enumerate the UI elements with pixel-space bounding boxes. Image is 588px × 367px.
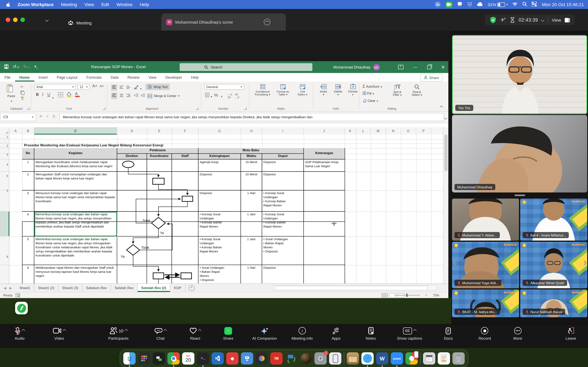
dock-sphere-icon[interactable] <box>300 352 312 365</box>
borders-icon[interactable] <box>58 92 63 98</box>
wrap-text-button[interactable]: Wrap Text <box>145 83 170 90</box>
tab-screen-share[interactable]: M Muhammad Dhiaulhaq's scree ••• <box>161 13 286 31</box>
cell-staff-3[interactable] <box>172 191 199 212</box>
row-1[interactable]: 1 <box>1 135 8 139</box>
dock-vscode-icon[interactable] <box>212 352 224 365</box>
dock-folder-icon[interactable] <box>347 352 359 365</box>
close-window-button[interactable] <box>6 17 10 22</box>
zoom-in-button[interactable]: + <box>425 293 427 297</box>
tab-developer[interactable]: Developer <box>161 73 187 82</box>
col-N[interactable]: N <box>386 127 401 134</box>
cell-koordinator-6[interactable] <box>147 265 172 284</box>
share-screen-button[interactable]: ↑ Share <box>223 327 233 341</box>
cell-staff-6[interactable] <box>172 265 199 284</box>
cell-staff-1[interactable] <box>172 159 199 172</box>
format-painter-icon[interactable] <box>20 96 25 101</box>
audio-button[interactable]: Audio <box>15 327 25 341</box>
cell-direktur-1[interactable] <box>117 159 147 172</box>
cell-waktu-2[interactable]: 15 Menit <box>241 172 262 191</box>
captions-options-chevron[interactable] <box>413 329 416 333</box>
apps-button[interactable]: Apps <box>332 327 340 341</box>
cell-kelengkapan-3[interactable]: Disposisi <box>199 191 241 212</box>
fill-button[interactable]: Fill <box>363 91 374 95</box>
horizontal-scrollbar[interactable] <box>272 285 437 290</box>
insert-cells-button[interactable]: Insert <box>317 84 330 96</box>
cell-no-2[interactable]: 2 <box>22 172 34 191</box>
col-P[interactable]: P <box>416 127 431 134</box>
cell-kegiatan-1[interactable]: Menugaskan Koordinator untuk melaksanaka… <box>34 159 117 172</box>
cell-direktur-6[interactable] <box>117 265 147 284</box>
zoom-level[interactable]: 70% <box>433 294 439 297</box>
copy-icon[interactable] <box>20 91 25 96</box>
menu-item-edit[interactable]: Edit <box>101 2 109 7</box>
cancel-entry-icon[interactable]: ✕ <box>39 114 42 118</box>
dock-calendar-icon[interactable]: OCT20 <box>182 352 194 365</box>
dock-chrome-icon[interactable] <box>167 352 180 365</box>
col-A[interactable]: A <box>9 127 22 134</box>
gallery-next-icon[interactable]: › <box>583 257 587 267</box>
dock-screen-sync-icon[interactable] <box>285 352 297 365</box>
menu-item-view[interactable]: View <box>84 2 94 7</box>
col-I[interactable]: I <box>262 127 304 134</box>
react-button[interactable]: React <box>190 327 201 341</box>
cell-keterangan-4[interactable] <box>304 212 345 236</box>
captions-button[interactable]: CC Show captions <box>397 327 422 341</box>
dock-davinci-icon[interactable] <box>256 352 268 365</box>
cell-no-3[interactable]: 3 <box>22 191 34 212</box>
cell-ouput-4[interactable]: • Konsep Surat Undangan • Konsep Bahan R… <box>262 212 304 236</box>
menu-bar-clock[interactable]: Mon 20 Oct 15:46:21 <box>542 2 584 7</box>
sheet-tab-setelah-rev-2[interactable]: Setelah Rev (2) <box>138 284 170 292</box>
cell-kelengkapan-6[interactable]: • Surat Undangan • Bahan Rapat Monev • D… <box>199 265 241 284</box>
cell-keterangan-2[interactable] <box>304 172 345 191</box>
sidebar-drag-handle[interactable] <box>514 194 525 196</box>
merge-center-button[interactable]: Merge & Center <box>145 92 182 99</box>
accounting-format-icon[interactable] <box>205 92 212 98</box>
clipboard-dialog-launcher-icon[interactable] <box>27 107 29 110</box>
cell-no-6[interactable]: 6 <box>22 265 34 284</box>
cell-kegiatan-6[interactable]: Melaksanakan rapat Monev dan menugaskan … <box>34 265 117 284</box>
participants-options-chevron[interactable] <box>125 329 128 333</box>
video-tile-participant[interactable]: BerAKHLAK Alkautsar Winet Qodri <box>520 242 587 288</box>
undo-icon[interactable]: ↺ <box>13 64 19 69</box>
ribbon-display-options-icon[interactable] <box>398 65 403 69</box>
video-tile-participant[interactable]: BerAKHLAK Muhammad Yoga Aldi... <box>452 242 519 288</box>
menu-app-name[interactable]: Zoom Workplace <box>17 2 54 7</box>
tab-view[interactable]: View <box>144 73 161 82</box>
cell-keterangan-1[interactable]: SOP Pelaksanaan Kerja Sama Luar Negeri <box>304 159 345 172</box>
dock-red-diamond-icon[interactable]: ◆ <box>226 352 238 365</box>
view-layout-icon[interactable] <box>565 18 570 22</box>
excel-close-button[interactable]: ✕ <box>441 64 445 70</box>
chat-button[interactable]: Chat <box>155 327 166 341</box>
cell-keterangan-3[interactable] <box>304 191 345 212</box>
col-H[interactable]: H <box>241 127 262 134</box>
cell-ouput-3[interactable]: • Konsep Surat Undangan • Konsep Bahan R… <box>262 191 304 212</box>
cell-waktu-6[interactable]: 1 Hari <box>241 265 262 284</box>
excel-restore-button[interactable] <box>427 65 431 69</box>
grid-dots-icon[interactable] <box>467 1 473 8</box>
align-left-icon[interactable] <box>111 92 117 99</box>
font-dialog-launcher-icon[interactable] <box>103 107 105 110</box>
cell-styles-button[interactable]: CellStyles <box>294 84 311 96</box>
dock-window-app-icon[interactable] <box>153 352 165 365</box>
cell-koordinator-1[interactable] <box>147 159 172 172</box>
increase-decimal-icon[interactable]: ←.0.00 <box>227 93 232 99</box>
tab-page-layout[interactable]: Page Layout <box>52 73 82 82</box>
react-options-chevron[interactable] <box>198 329 201 333</box>
cell-koordinator-2[interactable] <box>147 172 172 191</box>
cell-kegiatan-4[interactable]: Memeriksa konsep surat undangan dan baha… <box>34 212 117 236</box>
shrink-font-icon[interactable]: A˅ <box>100 84 104 88</box>
chat-options-chevron[interactable] <box>164 329 167 333</box>
dock-settings-icon[interactable]: 1 <box>314 352 327 365</box>
security-shield-icon[interactable] <box>490 17 496 23</box>
sheet-tab-sheet1[interactable]: Sheet1 <box>16 284 35 292</box>
font-color-icon[interactable]: A <box>75 92 80 97</box>
col-M[interactable]: M <box>371 127 386 134</box>
dock-colorgrid-icon[interactable] <box>138 352 150 365</box>
cell-kegiatan-5[interactable]: Memeriksa konsep surat undangan dan baha… <box>34 236 117 265</box>
more-button[interactable]: ••• More <box>513 327 522 341</box>
tab-home[interactable]: Home <box>15 73 34 82</box>
save-icon[interactable] <box>4 64 9 69</box>
number-format-select[interactable]: General <box>204 84 244 90</box>
paste-dropdown[interactable] <box>11 99 12 103</box>
cell-direktur-5[interactable] <box>117 236 147 265</box>
